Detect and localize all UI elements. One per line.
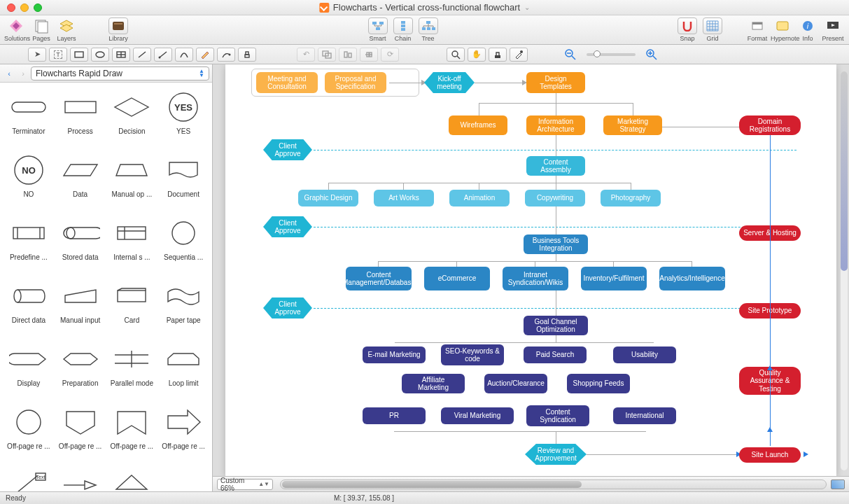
hypernote-button[interactable]: Hypernote [771, 18, 794, 42]
shape-item-5[interactable]: Data [55, 151, 106, 214]
title-dropdown-icon[interactable]: ⌄ [524, 4, 530, 11]
shape-item-11[interactable]: Sequentia ... [157, 214, 209, 277]
line-tool[interactable] [133, 48, 151, 62]
node-client-approve-3[interactable]: Client Approve [263, 298, 312, 318]
shape-item-19[interactable]: Loop limit [157, 340, 209, 403]
zoom-selector[interactable]: Custom 66%▲▼ [217, 479, 273, 490]
shape-item-23[interactable]: Off-page re ... [157, 403, 209, 466]
shape-item-3[interactable]: YESYES [157, 88, 209, 151]
tree-button[interactable]: Tree [416, 18, 440, 42]
shape-item-14[interactable]: Card [106, 277, 158, 340]
eyedropper-tool[interactable] [510, 48, 528, 62]
rect-tool[interactable] [70, 48, 88, 62]
shape-item-20[interactable]: Off-page re ... [3, 403, 55, 466]
library-forward-button[interactable]: › [17, 67, 29, 80]
shape-item-21[interactable]: Off-page re ... [55, 403, 106, 466]
node-viral[interactable]: Viral Marketing [441, 407, 514, 424]
shape-item-4[interactable]: NONO [3, 151, 55, 214]
node-art-works[interactable]: Art Works [374, 190, 434, 206]
info-button[interactable]: iInfo [796, 18, 820, 42]
node-kickoff[interactable]: Kick-off meeting [424, 72, 475, 93]
node-client-approve-1[interactable]: Client Approve [263, 139, 312, 160]
shape-item-18[interactable]: Parallel mode [106, 340, 158, 403]
node-affiliate[interactable]: Affiliate Marketing [402, 374, 465, 393]
node-bti[interactable]: Business Tools Integration [524, 234, 588, 254]
node-shopping[interactable]: Shopping Feeds [567, 374, 630, 393]
present-button[interactable]: Present [821, 18, 845, 42]
node-analytics[interactable]: Analytics/Intelligence [659, 267, 725, 290]
node-site-launch[interactable]: Site Launch [739, 447, 801, 463]
node-photography[interactable]: Photography [601, 190, 661, 206]
node-review[interactable]: Review and Approvement [525, 444, 587, 465]
zoom-in-button[interactable] [643, 48, 661, 62]
node-content-assembly[interactable]: Content Assembly [526, 156, 585, 176]
format-button[interactable]: Format [745, 18, 769, 42]
pan-tool[interactable]: ✋ [468, 48, 486, 62]
shape-item-26[interactable] [106, 466, 158, 491]
zoom-window[interactable] [34, 4, 42, 12]
shape-item-9[interactable]: Stored data [55, 214, 106, 277]
node-intranet[interactable]: Intranet Syndication/Wikis [503, 267, 568, 290]
node-goal-opt[interactable]: Goal Channel Optimization [524, 316, 588, 335]
chain-button[interactable]: Chain [391, 18, 415, 42]
node-graphic-design[interactable]: Graphic Design [298, 190, 358, 206]
zoom-out-button[interactable] [561, 48, 580, 62]
shape-item-24[interactable]: Text [3, 466, 55, 491]
node-paid-search[interactable]: Paid Search [524, 346, 587, 363]
pen-tool[interactable] [217, 48, 235, 62]
node-auction[interactable]: Auction/Clearance [484, 374, 547, 393]
close-window[interactable] [7, 4, 15, 12]
node-meeting[interactable]: Meeting and Consultation [256, 72, 318, 93]
node-copywriting[interactable]: Copywriting [525, 190, 585, 206]
smart-button[interactable]: Smart [366, 18, 390, 42]
node-usability[interactable]: Usability [613, 346, 676, 363]
node-design-templates[interactable]: Design Templates [526, 72, 585, 93]
pointer-tool[interactable]: ➤ [28, 48, 46, 62]
shape-item-17[interactable]: Preparation [55, 340, 106, 403]
node-info-arch[interactable]: Information Architecture [526, 115, 585, 135]
node-content-synd[interactable]: Content Syndication [526, 405, 589, 426]
shape-item-25[interactable] [55, 466, 106, 491]
layers-button[interactable]: Layers [55, 18, 78, 42]
library-button[interactable]: Library [106, 18, 130, 42]
shape-item-10[interactable]: Internal s ... [106, 214, 158, 277]
connector-tool[interactable] [154, 48, 172, 62]
shape-item-1[interactable]: Process [55, 88, 106, 151]
node-domain-reg[interactable]: Domain Registrations [739, 115, 801, 135]
node-inventory[interactable]: Inventory/Fulfilment [581, 267, 647, 290]
shape-item-15[interactable]: Paper tape [157, 277, 209, 340]
ellipse-tool[interactable] [91, 48, 109, 62]
stamp-picker[interactable] [489, 48, 507, 62]
shape-item-13[interactable]: Manual input [55, 277, 106, 340]
pages-button[interactable]: Pages [29, 18, 53, 42]
zoom-tool[interactable] [447, 48, 465, 62]
pencil-tool[interactable] [196, 48, 214, 62]
curve-tool[interactable] [175, 48, 193, 62]
stamp-tool[interactable] [238, 48, 256, 62]
node-seo[interactable]: SEO-Keywords & code [441, 344, 504, 365]
horizontal-scrollbar[interactable] [280, 479, 827, 489]
table-tool[interactable] [112, 48, 130, 62]
node-animation[interactable]: Animation [449, 190, 510, 206]
snap-button[interactable]: Snap [675, 18, 699, 42]
node-ecommerce[interactable]: eCommerce [424, 267, 490, 290]
align-button[interactable] [339, 48, 357, 62]
undo-button[interactable]: ↶ [297, 48, 315, 62]
shape-item-0[interactable]: Terminator [3, 88, 55, 151]
zoom-slider[interactable] [587, 53, 636, 56]
shape-item-8[interactable]: Predefine ... [3, 214, 55, 277]
node-proposal[interactable]: Proposal and Specification [325, 72, 386, 93]
library-selector[interactable]: Flowcharts Rapid Draw ▲▼ [31, 66, 209, 80]
shape-item-22[interactable]: Off-page re ... [106, 403, 158, 466]
distribute-button[interactable] [360, 48, 378, 62]
node-email-mkt[interactable]: E-mail Marketing [363, 346, 426, 363]
shape-item-27[interactable] [157, 466, 209, 491]
node-client-approve-2[interactable]: Client Approve [263, 216, 312, 237]
minimize-window[interactable] [20, 4, 29, 12]
node-pr[interactable]: PR [363, 407, 426, 424]
library-back-button[interactable]: ‹ [3, 67, 15, 80]
node-cms[interactable]: Content Management/Database [346, 267, 412, 290]
grid-button[interactable]: Grid [701, 18, 724, 42]
group-button[interactable] [318, 48, 336, 62]
shape-item-12[interactable]: Direct data [3, 277, 55, 340]
